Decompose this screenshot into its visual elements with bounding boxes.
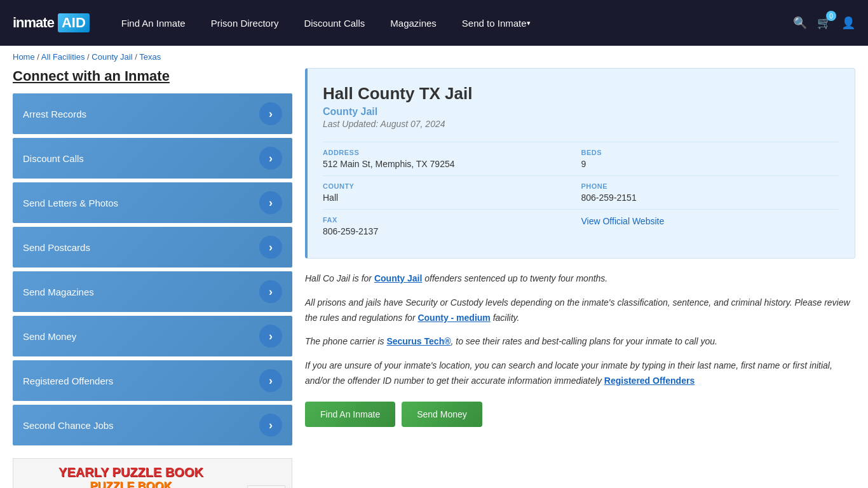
sidebar-btn-send-letters[interactable]: Send Letters & Photos ›	[13, 182, 292, 223]
cart-icon[interactable]: 🛒 0	[817, 16, 831, 30]
arrow-icon: ›	[259, 236, 282, 259]
sidebar-btn-registered-offenders[interactable]: Registered Offenders ›	[13, 360, 292, 401]
breadcrumb-all-facilities[interactable]: All Facilities	[41, 52, 85, 62]
address-cell: ADDRESS 512 Main St, Memphis, TX 79254	[323, 142, 581, 175]
desc-para1-prefix: Hall Co Jail is for	[305, 273, 374, 283]
send-money-button[interactable]: Send Money	[402, 402, 482, 427]
desc-para1-suffix: offenders sentenced up to twenty four mo…	[422, 273, 607, 283]
bottom-buttons: Find An Inmate Send Money	[305, 402, 855, 427]
ad-box[interactable]: YEARLY PUZZLE BOOK PUZZLE BOOK SUBSCRIPT…	[13, 458, 292, 488]
view-official-website-link[interactable]: View Official Website	[581, 216, 665, 226]
main-nav: Find An Inmate Prison Directory Discount…	[109, 0, 774, 46]
nav-find-inmate[interactable]: Find An Inmate	[109, 0, 198, 46]
fax-label: FAX	[323, 216, 581, 224]
sidebar-btn-send-postcards[interactable]: Send Postcards ›	[13, 227, 292, 268]
desc-para3: The phone carrier is Securus Tech®, to s…	[305, 334, 855, 349]
beds-cell: BEDS 9	[581, 142, 840, 175]
fax-value: 806-259-2137	[323, 226, 581, 236]
county-cell: COUNTY Hall	[323, 175, 581, 209]
logo-aid-text: AID	[58, 13, 90, 32]
fax-cell: FAX 806-259-2137	[323, 209, 581, 243]
nav-send-to-inmate[interactable]: Send to Inmate	[449, 0, 543, 46]
breadcrumb: Home / All Facilities / County Jail / Te…	[0, 46, 868, 68]
ad-puzzle-grid: 14 9 5	[247, 485, 285, 489]
find-inmate-button[interactable]: Find An Inmate	[305, 402, 395, 427]
sidebar-btn-second-chance-jobs[interactable]: Second Chance Jobs ›	[13, 405, 292, 445]
nav-discount-calls[interactable]: Discount Calls	[291, 0, 377, 46]
beds-label: BEDS	[581, 149, 840, 156]
desc-para4: If you are unsure of your inmate's locat…	[305, 358, 855, 389]
beds-value: 9	[581, 159, 840, 169]
description: Hall Co Jail is for County Jail offender…	[305, 271, 855, 427]
header-icons: 🔍 🛒 0 👤	[793, 16, 855, 30]
sidebar-btn-arrest-records[interactable]: Arrest Records ›	[13, 93, 292, 134]
address-value: 512 Main St, Memphis, TX 79254	[323, 159, 581, 169]
sidebar-label-arrest-records: Arrest Records	[23, 109, 86, 119]
sidebar-btn-send-money[interactable]: Send Money ›	[13, 316, 292, 356]
arrow-icon: ›	[259, 414, 282, 437]
nav-magazines[interactable]: Magazines	[377, 0, 449, 46]
sidebar-label-send-postcards: Send Postcards	[23, 242, 90, 253]
desc-para3-suffix: , to see their rates and best-calling pl…	[451, 336, 717, 346]
arrow-icon: ›	[259, 147, 282, 170]
sidebar: Connect with an Inmate Arrest Records › …	[13, 68, 292, 488]
facility-updated: Last Updated: August 07, 2024	[323, 119, 839, 129]
sidebar-label-second-chance-jobs: Second Chance Jobs	[23, 420, 114, 431]
ad-line1: YEARLY PUZZLE BOOK	[20, 465, 242, 480]
desc-para2-prefix: All prisons and jails have Security or C…	[305, 297, 850, 323]
arrow-icon: ›	[259, 325, 282, 348]
address-label: ADDRESS	[323, 149, 581, 156]
county-value: Hall	[323, 193, 581, 203]
breadcrumb-texas[interactable]: Texas	[139, 52, 161, 62]
sidebar-label-registered-offenders: Registered Offenders	[23, 376, 113, 386]
facility-type: County Jail	[323, 106, 839, 118]
header: inmateAID Find An Inmate Prison Director…	[0, 0, 868, 46]
content: Hall County TX Jail County Jail Last Upd…	[305, 68, 855, 488]
breadcrumb-county-jail[interactable]: County Jail	[92, 52, 132, 62]
desc-para2: All prisons and jails have Security or C…	[305, 295, 855, 326]
arrow-icon: ›	[259, 102, 282, 125]
logo[interactable]: inmateAID	[13, 13, 90, 32]
desc-para2-suffix: facility.	[491, 313, 520, 323]
sidebar-title: Connect with an Inmate	[13, 68, 292, 85]
desc-para3-prefix: The phone carrier is	[305, 336, 386, 346]
nav-prison-directory[interactable]: Prison Directory	[198, 0, 292, 46]
main-layout: Connect with an Inmate Arrest Records › …	[0, 68, 868, 488]
user-icon[interactable]: 👤	[841, 16, 855, 30]
securus-tech-link[interactable]: Securus Tech®	[386, 336, 451, 346]
registered-offenders-link[interactable]: Registered Offenders	[604, 376, 695, 386]
breadcrumb-home[interactable]: Home	[13, 52, 35, 62]
arrow-icon: ›	[259, 191, 282, 214]
sidebar-btn-send-magazines[interactable]: Send Magazines ›	[13, 271, 292, 312]
sidebar-label-send-money: Send Money	[23, 331, 76, 342]
sidebar-label-send-letters: Send Letters & Photos	[23, 198, 118, 208]
facility-card: Hall County TX Jail County Jail Last Upd…	[305, 68, 855, 259]
sidebar-label-discount-calls: Discount Calls	[23, 153, 84, 164]
sidebar-label-send-magazines: Send Magazines	[23, 287, 94, 297]
sidebar-btn-discount-calls[interactable]: Discount Calls ›	[13, 138, 292, 179]
logo-inmate-text: inmate	[13, 15, 54, 31]
desc-para4-prefix: If you are unsure of your inmate's locat…	[305, 360, 832, 386]
cart-badge: 0	[826, 11, 836, 21]
arrow-icon: ›	[259, 280, 282, 303]
phone-cell: PHONE 806-259-2151	[581, 175, 840, 209]
phone-label: PHONE	[581, 182, 840, 190]
arrow-icon: ›	[259, 369, 282, 392]
facility-name: Hall County TX Jail	[323, 84, 839, 104]
website-cell: View Official Website	[581, 209, 840, 243]
county-jail-link[interactable]: County Jail	[374, 273, 422, 283]
phone-value: 806-259-2151	[581, 193, 840, 203]
desc-para1: Hall Co Jail is for County Jail offender…	[305, 271, 855, 287]
ad-line-puzzle: PUZZLE BOOK	[20, 480, 242, 488]
info-grid: ADDRESS 512 Main St, Memphis, TX 79254 B…	[323, 142, 839, 243]
search-icon[interactable]: 🔍	[793, 16, 807, 30]
county-medium-link[interactable]: County - medium	[417, 313, 490, 323]
county-label: COUNTY	[323, 182, 581, 190]
